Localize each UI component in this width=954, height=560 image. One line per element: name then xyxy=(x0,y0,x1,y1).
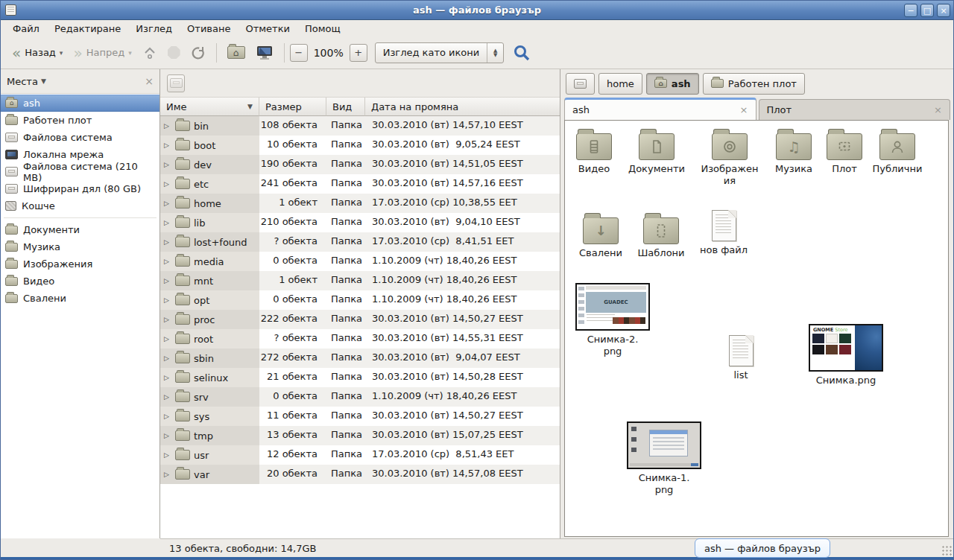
expander-icon[interactable]: ▷ xyxy=(164,219,171,226)
expander-icon[interactable]: ▷ xyxy=(164,451,171,459)
column-header-size[interactable]: Размер xyxy=(259,98,326,116)
column-header-name[interactable]: Име ▼ xyxy=(160,98,259,116)
sidebar-item-ash[interactable]: ⌂ash xyxy=(1,95,159,112)
table-row-tmp[interactable]: ▷tmp13 обектаПапка30.03.2010 (вт) 15,07,… xyxy=(160,426,560,445)
sidebar-close-icon[interactable]: × xyxy=(145,75,154,87)
menu-item-Изглед[interactable]: Изглед xyxy=(128,22,180,36)
sidebar-item-Файлова система[interactable]: Файлова система xyxy=(1,129,159,146)
expander-icon[interactable]: ▷ xyxy=(164,238,171,246)
view-mode-spinner-icon[interactable]: ▲▼ xyxy=(487,43,503,63)
icon-item-Шаблони[interactable]: Шаблони xyxy=(629,212,693,259)
menu-item-Редактиране[interactable]: Редактиране xyxy=(47,22,128,36)
icon-item-Публични[interactable]: Публични xyxy=(865,128,930,175)
column-header-type[interactable]: Вид xyxy=(326,98,365,116)
table-row-srv[interactable]: ▷srv0 обектаПапка1.10.2009 (чт) 18,40,26… xyxy=(160,387,560,407)
resize-grip[interactable] xyxy=(941,545,952,556)
pathbar-button-ash[interactable]: ⌂ash xyxy=(646,73,699,95)
table-row-dev[interactable]: ▷dev190 обектаПапка30.03.2010 (вт) 14,51… xyxy=(160,155,560,174)
icon-item-Снимка-2.png[interactable]: GUADECСнимка-2. png xyxy=(572,283,653,357)
menu-item-Помощ[interactable]: Помощ xyxy=(297,22,348,36)
forward-button[interactable]: » Напред ▾ xyxy=(68,43,136,62)
expander-icon[interactable]: ▷ xyxy=(164,316,171,323)
table-row-usr[interactable]: ▷usr12 обектаПапка17.03.2010 (ср) 8,51,4… xyxy=(160,445,560,465)
sidebar-item-Шифриран дял (80 GB)[interactable]: Шифриран дял (80 GB) xyxy=(1,180,159,197)
table-row-lost+found[interactable]: ▷lost+found? обектаПапка17.03.2010 (ср) … xyxy=(160,232,560,252)
expander-icon[interactable]: ▷ xyxy=(164,296,171,304)
expander-icon[interactable]: ▷ xyxy=(164,277,171,284)
table-row-bin[interactable]: ▷bin108 обектаПапка30.03.2010 (вт) 14,57… xyxy=(160,116,560,136)
expander-icon[interactable]: ▷ xyxy=(164,335,171,343)
up-button[interactable] xyxy=(137,42,162,64)
tab-close-icon[interactable]: × xyxy=(934,104,942,115)
home-button[interactable]: ⌂ xyxy=(222,42,250,63)
icon-item-Видео[interactable]: Видео xyxy=(564,128,626,175)
icon-item-Изображения[interactable]: Изображен ия xyxy=(696,128,763,187)
expander-icon[interactable]: ▷ xyxy=(164,122,171,130)
forward-dropdown-icon[interactable]: ▾ xyxy=(128,49,132,57)
view-mode-select[interactable]: Изглед като икони ▲▼ xyxy=(375,42,505,63)
expander-icon[interactable]: ▷ xyxy=(164,413,171,420)
table-row-etc[interactable]: ▷etc241 обектаПапка30.03.2010 (вт) 14,57… xyxy=(160,174,560,194)
sidebar-item-Свалени[interactable]: Свалени xyxy=(1,290,159,307)
expander-icon[interactable]: ▷ xyxy=(164,258,171,265)
icon-label: Плот xyxy=(832,163,857,175)
menu-item-Отиване[interactable]: Отиване xyxy=(180,22,238,36)
close-button[interactable]: × xyxy=(937,4,950,17)
table-row-opt[interactable]: ▷opt0 обектаПапка1.10.2009 (чт) 18,40,26… xyxy=(160,290,560,310)
minimize-button[interactable]: − xyxy=(904,4,917,17)
expander-icon[interactable]: ▷ xyxy=(164,374,171,381)
stop-button[interactable] xyxy=(162,42,186,63)
sidebar-combo-icon[interactable]: ▼ xyxy=(41,77,46,85)
sidebar-item-Файлова система (210 MB)[interactable]: Файлова система (210 MB) xyxy=(1,163,159,180)
icon-item-Документи[interactable]: Документи xyxy=(625,128,689,175)
icon-item-нов файл[interactable]: нов файл xyxy=(692,210,756,256)
sidebar-item-Кошче[interactable]: Кошче xyxy=(1,197,159,214)
table-row-lib[interactable]: ▷lib210 обектаПапка30.03.2010 (вт) 9,04,… xyxy=(160,213,560,232)
table-row-sbin[interactable]: ▷sbin272 обектаПапка30.03.2010 (вт) 9,04… xyxy=(160,349,560,368)
table-row-mnt[interactable]: ▷mnt1 обектПапка1.10.2009 (чт) 18,40,26 … xyxy=(160,271,560,290)
expander-icon[interactable]: ▷ xyxy=(164,432,171,439)
table-row-proc[interactable]: ▷proc222 обектаПапка30.03.2010 (вт) 14,5… xyxy=(160,310,560,329)
sidebar-item-Музика[interactable]: Музика xyxy=(1,238,159,255)
zoom-out-button[interactable]: − xyxy=(290,44,308,62)
pathbar-button-drive[interactable] xyxy=(566,73,595,95)
tab-ash[interactable]: ash× xyxy=(564,98,756,120)
expander-icon[interactable]: ▷ xyxy=(164,180,171,188)
table-row-sys[interactable]: ▷sys11 обектаПапка30.03.2010 (вт) 14,50,… xyxy=(160,407,560,426)
sidebar-item-Документи[interactable]: Документи xyxy=(1,221,159,238)
zoom-in-button[interactable]: + xyxy=(350,44,367,62)
expander-icon[interactable]: ▷ xyxy=(164,200,171,207)
expander-icon[interactable]: ▷ xyxy=(164,354,171,362)
maximize-button[interactable]: □ xyxy=(920,4,934,17)
pane-location-button[interactable] xyxy=(167,74,185,92)
icon-item-list[interactable]: list xyxy=(711,335,771,381)
tab-close-icon[interactable]: × xyxy=(740,104,748,115)
sidebar-item-Изображения[interactable]: Изображения xyxy=(1,255,159,273)
icon-item-Снимка-1.png[interactable]: Снимка-1. png xyxy=(623,421,705,496)
column-header-date[interactable]: Дата на промяна xyxy=(365,98,560,116)
menu-item-Отметки[interactable]: Отметки xyxy=(238,22,297,36)
search-button[interactable] xyxy=(513,44,531,62)
table-row-media[interactable]: ▷media0 обектаПапка1.10.2009 (чт) 18,40,… xyxy=(160,252,560,271)
table-row-boot[interactable]: ▷boot10 обектаПапка30.03.2010 (вт) 9,05,… xyxy=(160,136,560,155)
table-row-home[interactable]: ▷home1 обектПапка17.03.2010 (ср) 10,38,5… xyxy=(160,194,560,213)
expander-icon[interactable]: ▷ xyxy=(164,141,171,149)
computer-button[interactable] xyxy=(250,41,279,65)
back-button[interactable]: « Назад ▾ xyxy=(7,43,68,62)
menu-item-Файл[interactable]: Файл xyxy=(5,22,47,36)
tab-Плот[interactable]: Плот× xyxy=(759,99,951,120)
pathbar-button-home[interactable]: home xyxy=(598,73,642,95)
expander-icon[interactable]: ▷ xyxy=(164,471,171,478)
sidebar-item-Видео[interactable]: Видео xyxy=(1,273,159,290)
icon-item-Снимка.png[interactable]: GNOME StoreСнимка.png xyxy=(805,324,887,386)
icon-item-Свалени[interactable]: ↓Свалени xyxy=(569,212,633,259)
back-dropdown-icon[interactable]: ▾ xyxy=(60,49,63,57)
expander-icon[interactable]: ▷ xyxy=(164,393,171,401)
table-row-root[interactable]: ▷root? обектаПапка30.03.2010 (вт) 14,55,… xyxy=(160,329,560,349)
pathbar-button-Работен плот[interactable]: Работен плот xyxy=(703,73,805,95)
table-row-selinux[interactable]: ▷selinux21 обектаПапка30.03.2010 (вт) 14… xyxy=(160,368,560,387)
sidebar-item-Работен плот[interactable]: Работен плот xyxy=(1,112,159,129)
reload-button[interactable] xyxy=(186,42,211,64)
expander-icon[interactable]: ▷ xyxy=(164,161,171,168)
table-row-var[interactable]: ▷var20 обектаПапка30.03.2010 (вт) 14,57,… xyxy=(160,465,560,484)
